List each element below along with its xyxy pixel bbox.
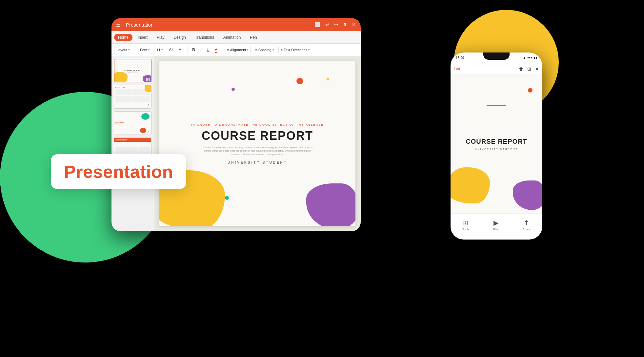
yellow-dot-shape [327,78,329,80]
mini-blob-orange [140,128,146,133]
slide-thumbnail-1[interactable]: COURSE REPORT UNIVERSITY STUDENT 1 [114,59,151,82]
phone-status-bar: 18:00 ▲ ●●● ▮▮ [451,52,542,63]
phone-time: 18:00 [456,56,464,60]
alignment-icon: ≡ [227,48,229,52]
redo-icon[interactable]: ↪ [334,22,338,28]
mini-s2-grid [115,89,150,102]
tab-pen[interactable]: Pen [246,34,261,41]
phone-orange-dot [528,88,533,93]
menu-icon[interactable]: ☰ [116,22,121,28]
spacing-chevron-icon: ▾ [272,48,274,52]
font-label: Font [140,48,147,52]
font-dropdown[interactable]: Font ▾ [138,46,152,54]
phone-share-item[interactable]: ⬆ Share [523,219,531,231]
formatting-toolbar: Layout ▾ Font ▾ 11 ▾ A⁺ A⁻ B I U A ≡ Ali… [111,44,361,56]
phone-play-item[interactable]: ▶ Play [493,219,499,231]
topbar-icons: ⬜ ↩ ↪ ⬆ ✕ [314,22,356,28]
alignment-dropdown[interactable]: ≡ Alignment ▾ [225,46,251,54]
spacing-dropdown[interactable]: ≡ Spacing ▾ [253,46,276,54]
slide-student-label[interactable]: UNIVERSITY STUDENT [228,161,287,164]
size-chevron-icon: ▾ [161,48,163,52]
font-size-dropdown[interactable]: 11 ▾ [154,46,165,54]
tab-home[interactable]: Home [114,34,132,41]
mini-s2-cell [115,96,132,102]
tools-icon: ⊞ [463,219,469,227]
tab-bar: Home Insert Play Design Transitions Anim… [111,31,361,44]
layout-label: Layout [116,48,127,52]
tab-insert[interactable]: Insert [134,34,151,41]
mini-slide-subtitle: UNIVERSITY STUDENT [127,72,138,73]
phone-device: 18:00 ▲ ●●● ▮▮ Edit 🗑 ⊞ ✕ COURSE REPORT … [451,52,542,240]
font-color-button[interactable]: A [213,46,219,54]
mini-slide-content-3: PART ONE Section content [114,112,151,135]
window-icon[interactable]: ⬜ [314,22,321,28]
phone-tools-item[interactable]: ⊞ Tools [462,219,469,231]
phone-close-icon[interactable]: ✕ [535,66,539,72]
slide-thumb-inner-3: PART ONE Section content [114,111,151,135]
slide-panel: COURSE REPORT UNIVERSITY STUDENT 1 CATAL… [111,56,154,231]
slide-thumb-inner-1: COURSE REPORT UNIVERSITY STUDENT [114,59,151,82]
presentation-label-card: Presentation [51,154,186,189]
tools-label: Tools [462,228,469,231]
tab-design[interactable]: Design [170,34,190,41]
play-icon: ▶ [493,219,498,227]
mini-s4-header-text: COURSE REPORT [115,139,127,141]
slide-main-title[interactable]: COURSE REPORT [202,129,313,143]
phone-toolbar: Edit 🗑 ⊞ ✕ [451,63,542,75]
close-icon[interactable]: ✕ [352,22,356,28]
text-direction-dropdown[interactable]: ≡ Text Directions ▾ [278,46,312,54]
phone-edit-button[interactable]: Edit [454,67,460,71]
italic-button[interactable]: I [199,46,203,54]
share-bottom-icon: ⬆ [524,219,529,227]
battery-icon: ▮▮ [534,56,537,59]
tab-animation[interactable]: Animation [219,34,245,41]
tab-play[interactable]: Play [153,34,168,41]
phone-grid-icon[interactable]: ⊞ [527,66,531,72]
phone-orange-line [487,105,506,106]
phone-toolbar-icons: 🗑 ⊞ ✕ [519,66,539,72]
phone-slide-title: COURSE REPORT [466,138,527,145]
mini-s2-cell [133,96,150,102]
mini-slide-content-1: COURSE REPORT UNIVERSITY STUDENT [114,59,151,82]
slide-subtitle-small: IN ORDER TO DEMONSTRATE THE GOOD EFFECT … [191,123,324,126]
underline-button[interactable]: U [205,46,211,54]
phone-trash-icon[interactable]: 🗑 [519,66,523,72]
slide-canvas[interactable]: IN ORDER TO DEMONSTRATE THE GOOD EFFECT … [159,61,355,226]
increase-font-button[interactable]: A⁺ [167,46,175,54]
mini-s4-cell [115,147,127,152]
layout-chevron-icon: ▾ [128,48,130,52]
mini-orange-line [129,69,137,69]
mini-s3-sub: Section content [115,123,122,125]
tablet-device: ☰ Presentation ⬜ ↩ ↪ ⬆ ✕ Home Insert Pla… [111,18,361,231]
tab-transitions[interactable]: Transitions [191,34,218,41]
phone-slide-area: COURSE REPORT UNIVERSITY STUDENT [451,75,542,213]
layout-dropdown[interactable]: Layout ▾ [114,46,132,54]
tablet-content-area: COURSE REPORT UNIVERSITY STUDENT 1 CATAL… [111,56,361,231]
toolbar-separator-2 [188,46,188,53]
spacing-label: Spacing [258,48,272,52]
slide-number-1: 1 [146,78,150,81]
slide-thumbnail-3[interactable]: PART ONE Section content 3 [114,111,151,135]
phone-status-icons: ▲ ●●● ▮▮ [523,56,537,59]
font-chevron-icon: ▾ [148,48,150,52]
decrease-font-button[interactable]: A⁻ [177,46,185,54]
play-label: Play [493,228,499,231]
undo-icon[interactable]: ↩ [325,22,330,28]
mini-s2-accent [145,85,151,92]
mini-blob-teal [141,113,150,120]
slide-thumbnail-2[interactable]: CATALOGUE 2 [114,85,151,109]
share-icon[interactable]: ⬆ [343,22,347,28]
wifi-icon: ▲ [523,56,526,59]
slide-number-3: 3 [146,130,150,134]
text-direction-icon: ≡ [281,48,283,52]
mini-s4-cell [127,147,138,152]
slide-body-text[interactable]: Your text has been concise and industry … [202,146,313,157]
toolbar-separator-3 [222,46,222,53]
phone-slide-subtitle: UNIVERSITY STUDENT [475,148,518,150]
slide-thumb-inner-2: CATALOGUE [114,85,151,109]
phone-bottom-bar: ⊞ Tools ▶ Play ⬆ Share [451,213,542,240]
bold-button[interactable]: B [191,46,197,54]
alignment-chevron-icon: ▾ [247,48,249,52]
font-size-value: 11 [156,48,160,52]
mini-slide-content-2: CATALOGUE [114,85,151,108]
